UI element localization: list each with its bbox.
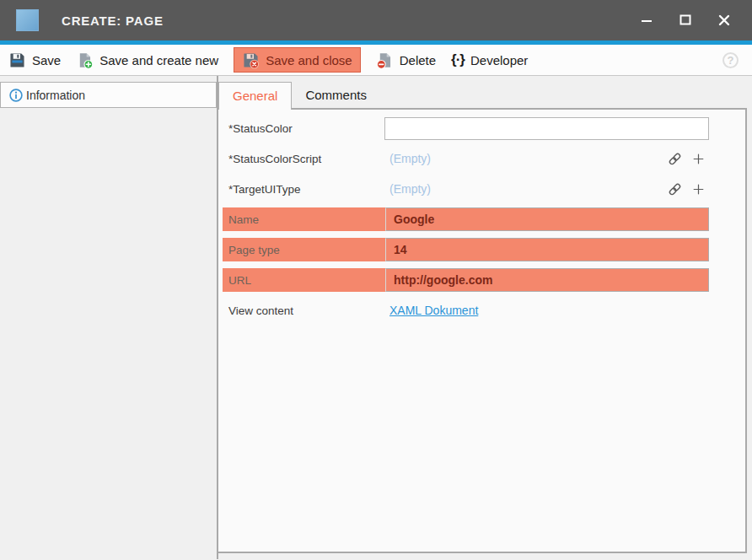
pagetype-input[interactable]: 14 <box>385 238 709 261</box>
pagetype-value: 14 <box>394 243 407 256</box>
save-and-create-new-button[interactable]: Save and create new <box>76 47 218 73</box>
save-and-close-label: Save and close <box>266 53 352 67</box>
developer-button-label: Developer <box>470 53 528 67</box>
statuscolorscript-value[interactable]: (Empty) <box>384 152 431 165</box>
developer-button[interactable]: {·} Developer <box>451 47 528 73</box>
name-input[interactable]: Google <box>385 207 709 231</box>
tab-general-label: General <box>233 89 277 103</box>
save-button-label: Save <box>32 53 61 67</box>
targetuitype-label: *TargetUIType <box>228 183 384 196</box>
main-area: Information General Comments *StatusColo… <box>0 76 752 559</box>
form-row-viewcontent: View content XAML Dokument <box>218 299 745 322</box>
app-icon <box>16 9 39 31</box>
form-row-targetuitype: *TargetUIType (Empty) <box>218 177 745 201</box>
targetuitype-link-button[interactable] <box>666 180 683 197</box>
form-row-statuscolor: *StatusColor <box>218 116 745 140</box>
form-row-statuscolorscript: *StatusColorScript (Empty) <box>218 147 745 170</box>
statuscolorscript-link-button[interactable] <box>666 150 683 167</box>
window-title: CREATE: PAGE <box>62 13 164 28</box>
view-content-link[interactable]: XAML Dokument <box>384 304 478 317</box>
name-label: Name <box>228 213 385 226</box>
toolbar: Save Save and create new Save and close <box>0 45 752 76</box>
tab-strip: General Comments <box>218 82 380 109</box>
document-delete-icon <box>376 51 394 69</box>
plus-icon <box>691 182 706 197</box>
targetuitype-actions <box>666 180 706 197</box>
viewcontent-label: View content <box>228 304 384 317</box>
targetuitype-add-button[interactable] <box>690 180 706 197</box>
tab-comments-label: Comments <box>305 88 367 102</box>
form-row-name: Name Google <box>223 207 709 231</box>
pagetype-label: Page type <box>228 244 385 256</box>
name-value: Google <box>394 213 434 226</box>
delete-button[interactable]: Delete <box>376 47 436 73</box>
targetuitype-value[interactable]: (Empty) <box>384 182 431 196</box>
statuscolorscript-add-button[interactable] <box>690 150 706 167</box>
maximize-button[interactable] <box>666 3 705 37</box>
help-icon[interactable]: ? <box>722 52 739 68</box>
tab-comments[interactable]: Comments <box>292 82 380 108</box>
form-row-url: URL http://google.com <box>223 268 709 292</box>
maximize-icon <box>677 12 694 29</box>
close-button[interactable] <box>705 3 744 37</box>
info-icon <box>8 88 24 103</box>
sidebar-item-information[interactable]: Information <box>0 82 217 108</box>
url-input[interactable]: http://google.com <box>385 268 709 292</box>
save-and-create-new-label: Save and create new <box>99 53 218 67</box>
delete-button-label: Delete <box>400 53 436 67</box>
document-new-icon <box>76 51 94 69</box>
chain-link-icon <box>667 181 683 197</box>
window-controls <box>627 3 752 37</box>
statuscolorscript-actions <box>666 150 706 167</box>
minimize-button[interactable] <box>627 3 666 37</box>
chain-link-icon <box>667 151 683 167</box>
minimize-icon <box>638 12 655 29</box>
url-label: URL <box>228 274 385 287</box>
url-value: http://google.com <box>394 273 492 287</box>
save-and-close-button[interactable]: Save and close <box>234 47 361 73</box>
statuscolor-input[interactable] <box>384 117 709 140</box>
create-page-window: CREATE: PAGE Save <box>0 0 752 560</box>
developer-braces-icon: {·} <box>451 51 465 68</box>
save-close-floppy-icon <box>242 51 260 69</box>
statuscolorscript-label: *StatusColorScript <box>228 153 384 165</box>
save-floppy-icon <box>8 51 26 69</box>
save-button[interactable]: Save <box>8 47 61 73</box>
sidebar-item-label: Information <box>26 89 85 102</box>
close-icon <box>716 12 733 29</box>
statuscolor-label: *StatusColor <box>228 122 384 135</box>
titlebar: CREATE: PAGE <box>0 0 752 40</box>
general-tab-panel: *StatusColor *StatusColorScript (Empty) <box>217 108 747 553</box>
tab-general[interactable]: General <box>218 82 292 110</box>
plus-icon <box>691 152 706 166</box>
form-row-pagetype: Page type 14 <box>223 238 709 261</box>
